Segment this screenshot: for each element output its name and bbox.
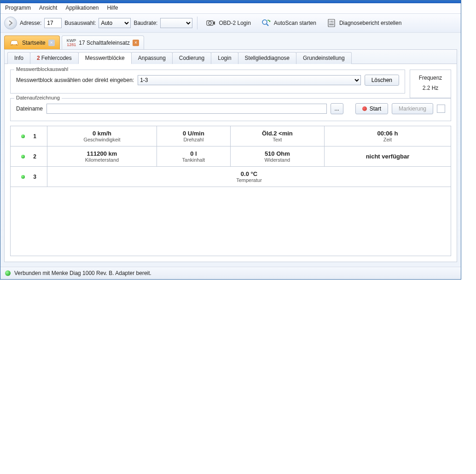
adresse-label: Adresse: — [20, 20, 41, 26]
frequenz-box: Frequenz 2.2 Hz — [410, 70, 451, 98]
subtab-grundeinstellung[interactable]: Grundeinstellung — [296, 52, 352, 64]
cell-temperatur: 0.0 °CTemperatur — [47, 167, 451, 187]
content-area: Startseite × KWP 1281 17 Schalttafeleins… — [0, 33, 461, 267]
obd-login-label: OBD-2 Login — [219, 20, 250, 26]
svg-text:OBD: OBD — [329, 20, 334, 23]
frequenz-value: 2.2 Hz — [416, 85, 445, 91]
dateiname-label: Dateiname — [16, 105, 43, 112]
mwb-select-fieldset: Messwertblockauswahl Messwertblock auswä… — [10, 70, 405, 94]
report-icon: OBD — [326, 18, 337, 28]
markierung-button[interactable]: Markierung — [392, 103, 433, 114]
tab-ecu[interactable]: KWP 1281 17 Schalttafeleinsatz × — [62, 35, 144, 49]
subtab-codierung[interactable]: Codierung — [172, 52, 211, 64]
data-table: 1 0 km/hGeschwindigkeit 0 U/minDrehzahl … — [10, 126, 451, 187]
subtab-login[interactable]: Login — [211, 52, 238, 64]
svg-point-1 — [209, 22, 211, 24]
cell-text: Öld.2 <minText — [230, 126, 324, 146]
diagnose-report-label: Diagnosebericht erstellen — [339, 20, 401, 26]
mwb-label: Messwertblock auswählen oder direkt eing… — [16, 77, 134, 83]
obd-login-button[interactable]: OBD-2 Login — [202, 17, 254, 29]
dateiname-input[interactable] — [46, 104, 327, 114]
autoscan-label: AutoScan starten — [274, 20, 316, 26]
subtab-messwertbloecke[interactable]: Messwertblöcke — [78, 52, 132, 64]
messwert-pane: Messwertblockauswahl Messwertblock auswä… — [5, 64, 457, 262]
recording-fieldset: Datenaufzeichnung Dateiname ... Start Ma… — [10, 98, 451, 121]
tab-ecu-protocol: KWP 1281 — [67, 39, 76, 47]
empty-area — [10, 187, 451, 256]
table-row: 2 111200 kmKilometerstand 0 lTankinhalt … — [11, 146, 451, 167]
menu-applikationen[interactable]: Applikationen — [65, 5, 99, 11]
table-row: 3 0.0 °CTemperatur — [11, 167, 451, 187]
start-button[interactable]: Start — [355, 103, 388, 114]
row-index-cell: 3 — [11, 167, 47, 187]
record-icon — [362, 106, 367, 111]
subtab-anpassung[interactable]: Anpassung — [131, 52, 173, 64]
baudrate-select[interactable] — [160, 18, 192, 28]
menu-hilfe[interactable]: Hilfe — [107, 5, 118, 11]
loeschen-button[interactable]: Löschen — [365, 75, 399, 86]
tab-startseite-label: Startseite — [22, 40, 46, 46]
cell-tankinhalt: 0 lTankinhalt — [157, 146, 230, 167]
svg-point-8 — [16, 44, 17, 45]
subtab-stellglied[interactable]: Stellglieddiagnose — [238, 52, 296, 64]
table-row: 1 0 km/hGeschwindigkeit 0 U/minDrehzahl … — [11, 126, 451, 146]
car-icon — [9, 38, 19, 47]
recording-legend: Datenaufzeichnung — [14, 95, 62, 100]
cell-kilometerstand: 111200 kmKilometerstand — [47, 146, 157, 167]
ecu-panel: Info 2Fehlercodes Messwertblöcke Anpassu… — [4, 49, 457, 262]
cell-geschwindigkeit: 0 km/hGeschwindigkeit — [47, 126, 157, 146]
autoscan-button[interactable]: AutoScan starten — [257, 17, 320, 29]
app-window: Programm Ansicht Applikationen Hilfe Adr… — [0, 0, 461, 280]
busauswahl-select[interactable]: Auto — [99, 18, 131, 28]
subtab-fehlercodes[interactable]: 2Fehlercodes — [30, 52, 79, 64]
tab-ecu-label: 17 Schalttafeleinsatz — [79, 40, 130, 46]
toolbar: Adresse: Busauswahl: Auto Baudrate: OBD-… — [0, 14, 461, 33]
svg-point-7 — [12, 44, 13, 45]
mwb-select[interactable]: 1-3 — [138, 75, 360, 85]
status-dot-icon — [21, 175, 25, 179]
menu-programm[interactable]: Programm — [5, 5, 31, 11]
magnifier-icon — [261, 18, 271, 28]
markierung-checkbox[interactable] — [437, 105, 445, 113]
cell-drehzahl: 0 U/minDrehzahl — [157, 126, 230, 146]
cell-nicht-verfuegbar: nicht verfügbar — [324, 146, 451, 167]
menubar: Programm Ansicht Applikationen Hilfe — [0, 3, 461, 14]
connection-status-icon — [5, 270, 11, 276]
close-icon[interactable]: × — [48, 40, 55, 46]
close-icon[interactable]: × — [133, 40, 139, 46]
status-dot-icon — [21, 155, 25, 158]
menu-ansicht[interactable]: Ansicht — [39, 5, 57, 11]
separator — [197, 17, 197, 29]
tab-startseite[interactable]: Startseite × — [4, 35, 60, 49]
subtabs: Info 2Fehlercodes Messwertblöcke Anpassu… — [5, 50, 457, 64]
top-tabs: Startseite × KWP 1281 17 Schalttafeleins… — [4, 35, 457, 49]
nav-forward-button[interactable] — [4, 17, 17, 29]
status-dot-icon — [21, 135, 25, 138]
busauswahl-label: Busauswahl: — [64, 20, 96, 26]
statusbar: Verbunden mit Menke Diag 1000 Rev. B. Ad… — [0, 267, 461, 279]
baudrate-label: Baudrate: — [134, 20, 157, 26]
diagnose-report-button[interactable]: OBD Diagnosebericht erstellen — [323, 17, 405, 29]
row-index-cell: 1 — [11, 126, 47, 146]
subtab-info[interactable]: Info — [7, 52, 30, 64]
browse-button[interactable]: ... — [331, 103, 343, 114]
svg-point-2 — [262, 20, 267, 24]
adresse-input[interactable] — [44, 18, 62, 28]
status-text: Verbunden mit Menke Diag 1000 Rev. B. Ad… — [14, 270, 151, 276]
row-index-cell: 2 — [11, 146, 47, 167]
frequenz-legend: Frequenz — [416, 75, 445, 81]
mwb-legend: Messwertblockauswahl — [14, 66, 70, 72]
camera-icon — [206, 18, 216, 28]
cell-zeit: 00:06 hZeit — [324, 126, 451, 146]
cell-widerstand: 510 OhmWiderstand — [230, 146, 324, 167]
